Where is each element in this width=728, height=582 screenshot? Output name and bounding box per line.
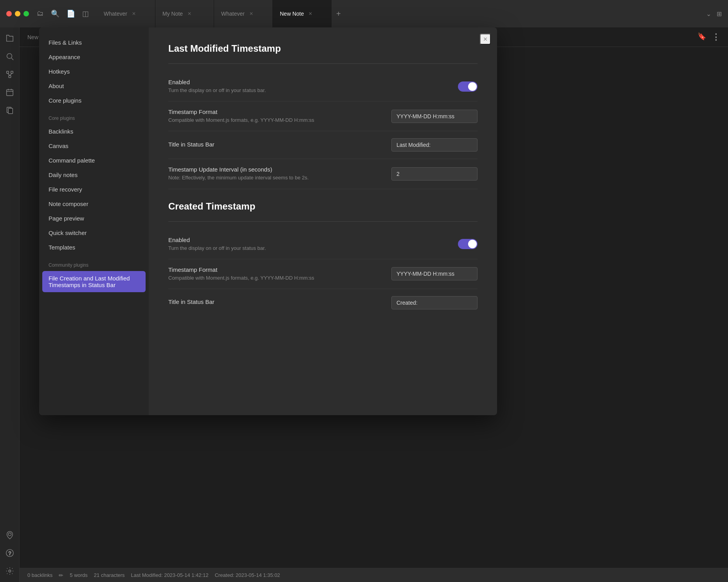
svg-point-16 <box>9 570 11 572</box>
bookmark-icon[interactable]: 🔖 <box>697 32 706 42</box>
last-modified-title-row: Title in Status Bar <box>168 131 478 159</box>
search-icon[interactable] <box>4 51 15 62</box>
titlebar: 🗂 🔍 📄 ◫ Whatever ✕ My Note ✕ Whatever ✕ … <box>0 0 728 27</box>
more-options-icon[interactable]: ⋮ <box>712 32 720 42</box>
nav-file-recovery[interactable]: File recovery <box>39 182 149 197</box>
tab-close-whatever-1[interactable]: ✕ <box>131 10 137 17</box>
nav-backlinks[interactable]: Backlinks <box>39 124 149 139</box>
created-status: Created: 2023-05-14 1:35:02 <box>215 572 280 578</box>
location-icon[interactable] <box>4 530 15 540</box>
svg-line-1 <box>11 58 13 60</box>
nav-about[interactable]: About <box>39 79 149 93</box>
svg-rect-3 <box>11 71 13 74</box>
last-modified-format-input[interactable] <box>391 110 478 123</box>
status-bar: 0 backlinks ✏ 5 words 21 characters Last… <box>20 568 728 582</box>
nav-templates[interactable]: Templates <box>39 240 149 255</box>
last-modified-title-label: Title in Status Bar <box>168 141 384 148</box>
sidebar-toggle-icon[interactable]: ◫ <box>82 9 89 18</box>
tab-close-my-note[interactable]: ✕ <box>187 10 192 17</box>
settings-sidebar: Files & Links Appearance Hotkeys About C… <box>39 27 149 415</box>
created-format-desc: Compatible with Moment.js formats, e.g. … <box>168 275 384 282</box>
created-title-row: Title in Status Bar <box>168 289 478 316</box>
last-modified-interval-control <box>391 167 478 181</box>
note-icon[interactable]: 📄 <box>67 9 75 18</box>
settings-content: × Last Modified Timestamp Enabled Turn t… <box>149 27 497 415</box>
nav-daily-notes[interactable]: Daily notes <box>39 168 149 182</box>
created-enabled-toggle-wrapper <box>458 239 478 249</box>
last-modified-enabled-row: Enabled Turn the display on or off in yo… <box>168 72 478 101</box>
nav-note-composer[interactable]: Note composer <box>39 197 149 211</box>
search-icon[interactable]: 🔍 <box>51 9 59 18</box>
new-tab-button[interactable]: + <box>332 0 346 27</box>
settings-modal: Files & Links Appearance Hotkeys About C… <box>39 27 497 415</box>
titlebar-icons: 🗂 🔍 📄 ◫ <box>37 9 89 18</box>
settings-close-button[interactable]: × <box>480 34 491 45</box>
nav-files-links[interactable]: Files & Links <box>39 35 149 50</box>
calendar-icon[interactable] <box>4 87 15 98</box>
tab-whatever-2[interactable]: Whatever ✕ <box>214 0 273 27</box>
last-modified-title-info: Title in Status Bar <box>168 141 384 149</box>
tab-my-note[interactable]: My Note ✕ <box>155 0 214 27</box>
tab-whatever-1[interactable]: Whatever ✕ <box>97 0 155 27</box>
svg-rect-2 <box>6 71 9 74</box>
svg-line-5 <box>7 73 10 76</box>
created-title-input[interactable] <box>391 296 478 309</box>
created-format-row: Timestamp Format Compatible with Moment.… <box>168 259 478 289</box>
created-enabled-label: Enabled <box>168 237 450 243</box>
created-format-input[interactable] <box>391 267 478 280</box>
core-plugins-label: Core plugins <box>39 108 149 124</box>
traffic-lights <box>6 11 29 16</box>
minimize-button[interactable] <box>15 11 20 16</box>
files-icon[interactable] <box>4 33 15 44</box>
last-modified-interval-label: Timestamp Update Interval (in seconds) <box>168 166 384 173</box>
last-modified-enabled-label: Enabled <box>168 79 450 85</box>
created-enabled-toggle[interactable] <box>458 239 478 249</box>
graph-icon[interactable] <box>4 69 15 80</box>
char-count: 21 characters <box>94 572 125 578</box>
tab-close-whatever-2[interactable]: ✕ <box>249 10 254 17</box>
svg-rect-7 <box>6 90 13 96</box>
maximize-button[interactable] <box>23 11 29 16</box>
created-format-info: Timestamp Format Compatible with Moment.… <box>168 266 384 282</box>
last-modified-interval-row: Timestamp Update Interval (in seconds) N… <box>168 159 478 189</box>
nav-timestamps-plugin[interactable]: File Creation and Last Modified Timestam… <box>42 271 146 292</box>
pages-icon[interactable] <box>4 105 15 116</box>
svg-rect-4 <box>9 76 11 78</box>
chevron-down-icon[interactable]: ⌄ <box>706 10 711 18</box>
svg-point-13 <box>8 533 11 536</box>
last-modified-format-control <box>391 110 478 123</box>
last-modified-enabled-toggle[interactable] <box>458 81 478 92</box>
last-modified-enabled-desc: Turn the display on or off in your statu… <box>168 87 450 94</box>
last-modified-format-label: Timestamp Format <box>168 108 384 115</box>
content-area: New Note 🔖 ⋮ Files & Links Appearance Ho… <box>20 27 728 582</box>
created-title-info: Title in Status Bar <box>168 298 384 307</box>
community-plugins-label: Community plugins <box>39 255 149 271</box>
last-modified-title-control <box>391 138 478 152</box>
last-modified-interval-input[interactable] <box>391 167 478 181</box>
tab-close-new-note[interactable]: ✕ <box>308 10 313 17</box>
divider-1 <box>168 63 478 64</box>
nav-page-preview[interactable]: Page preview <box>39 211 149 226</box>
created-section-title: Created Timestamp <box>168 201 478 212</box>
nav-core-plugins[interactable]: Core plugins <box>39 93 149 108</box>
created-enabled-desc: Turn the display on or off in your statu… <box>168 245 450 252</box>
file-browser-icon[interactable]: 🗂 <box>37 9 44 18</box>
close-button[interactable] <box>6 11 12 16</box>
nav-quick-switcher[interactable]: Quick switcher <box>39 226 149 240</box>
nav-command-palette[interactable]: Command palette <box>39 153 149 168</box>
titlebar-right: ⌄ ⊞ <box>706 10 722 18</box>
last-modified-section-title: Last Modified Timestamp <box>168 43 478 54</box>
last-modified-title-input[interactable] <box>391 138 478 152</box>
last-modified-interval-info: Timestamp Update Interval (in seconds) N… <box>168 166 384 181</box>
tab-new-note[interactable]: New Note ✕ <box>273 0 332 27</box>
created-format-label: Timestamp Format <box>168 266 384 273</box>
settings-icon[interactable] <box>4 566 15 577</box>
nav-appearance[interactable]: Appearance <box>39 50 149 64</box>
created-enabled-row: Enabled Turn the display on or off in yo… <box>168 230 478 259</box>
layout-icon[interactable]: ⊞ <box>717 10 722 18</box>
last-modified-format-desc: Compatible with Moment.js formats, e.g. … <box>168 117 384 124</box>
svg-line-6 <box>10 73 12 76</box>
nav-hotkeys[interactable]: Hotkeys <box>39 64 149 79</box>
help-icon[interactable]: ? <box>4 548 15 559</box>
nav-canvas[interactable]: Canvas <box>39 139 149 153</box>
